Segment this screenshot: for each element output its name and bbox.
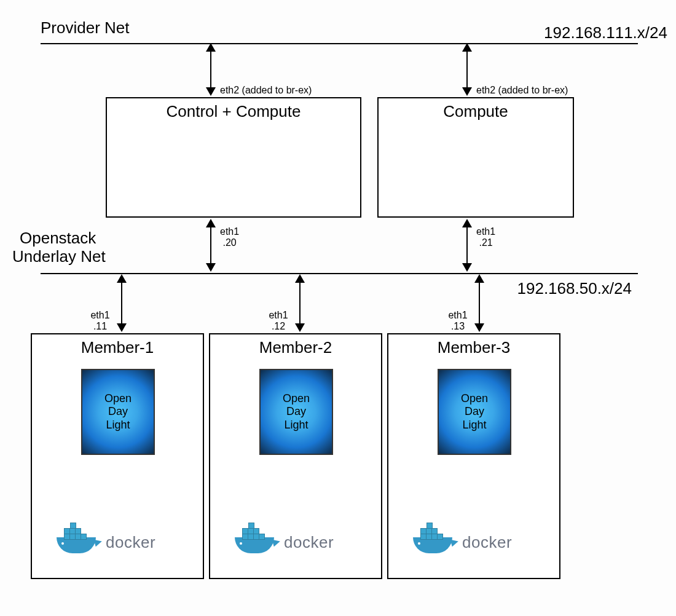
arrow-compute-underlay — [463, 219, 471, 272]
member-1-odl-app: Open Day Light — [81, 369, 155, 455]
member-2-app-line2: Day — [286, 405, 306, 417]
underlay-net-line — [41, 273, 638, 274]
member3-iface: eth1 .13 — [442, 310, 473, 333]
docker-whale-icon — [235, 525, 280, 553]
control-compute-node: Control + Compute — [106, 97, 361, 218]
control-compute-title: Control + Compute — [107, 98, 360, 121]
member3-addr: .13 — [451, 321, 465, 331]
compute-bottom-iface-name: eth1 — [476, 226, 495, 237]
control-bottom-addr: .20 — [222, 237, 236, 248]
arrow-provider-compute — [463, 43, 471, 96]
member-2-title: Member-2 — [210, 334, 381, 357]
member2-iface: eth1 .12 — [263, 310, 294, 333]
member-1-app-line2: Day — [108, 405, 128, 417]
member-1-app-line1: Open — [104, 392, 132, 405]
member2-addr: .12 — [272, 321, 285, 331]
member-3-runtime-label: docker — [462, 533, 512, 552]
member1-addr: .11 — [93, 321, 107, 331]
member-1-runtime-label: docker — [106, 533, 155, 552]
compute-top-iface-label: eth2 (added to br-ex) — [476, 85, 568, 96]
underlay-net-label-1: Openstack — [20, 229, 96, 248]
control-bottom-iface-name: eth1 — [220, 226, 239, 237]
provider-net-label: Provider Net — [41, 18, 130, 38]
member-3-node: Member-3 Open Day Light docker — [387, 333, 560, 579]
member-2-runtime-label: docker — [284, 533, 334, 552]
member1-iface: eth1 .11 — [85, 310, 116, 333]
arrow-underlay-member2 — [296, 274, 304, 332]
underlay-net-cidr: 192.168.50.x/24 — [517, 279, 632, 298]
member-1-node: Member-1 Open Day Light docker — [31, 333, 204, 579]
member-2-odl-app: Open Day Light — [259, 369, 333, 455]
member-2-docker-logo: docker — [235, 525, 334, 553]
member-1-app-line3: Light — [106, 419, 130, 431]
compute-bottom-iface: eth1 .21 — [476, 226, 495, 249]
arrow-underlay-member1 — [118, 274, 125, 332]
member-1-docker-logo: docker — [57, 525, 155, 553]
member-2-app-line1: Open — [283, 392, 310, 405]
underlay-net-label-2: Underlay Net — [12, 247, 106, 266]
docker-whale-icon — [57, 525, 102, 553]
member-3-docker-logo: docker — [413, 525, 512, 553]
member-3-odl-app: Open Day Light — [438, 369, 511, 455]
member3-iface-name: eth1 — [448, 310, 467, 320]
member-3-app-line1: Open — [461, 392, 488, 405]
provider-net-cidr: 192.168.111.x/24 — [544, 23, 667, 42]
member-2-node: Member-2 Open Day Light docker — [209, 333, 382, 579]
arrow-control-underlay — [207, 219, 214, 272]
compute-node: Compute — [377, 97, 574, 218]
member-3-app-line3: Light — [462, 419, 486, 431]
member-3-title: Member-3 — [388, 334, 559, 357]
arrow-provider-control — [207, 43, 214, 96]
control-bottom-iface: eth1 .20 — [220, 226, 239, 249]
compute-title: Compute — [379, 98, 573, 121]
member2-iface-name: eth1 — [269, 310, 288, 320]
provider-net-line — [41, 43, 638, 44]
docker-whale-icon — [413, 525, 458, 553]
member-1-title: Member-1 — [32, 334, 203, 357]
member1-iface-name: eth1 — [90, 310, 109, 320]
member-3-app-line2: Day — [465, 405, 484, 417]
control-top-iface-label: eth2 (added to br-ex) — [220, 85, 312, 96]
compute-bottom-addr: .21 — [479, 237, 492, 248]
member-2-app-line3: Light — [284, 419, 308, 431]
arrow-underlay-member3 — [476, 274, 483, 332]
